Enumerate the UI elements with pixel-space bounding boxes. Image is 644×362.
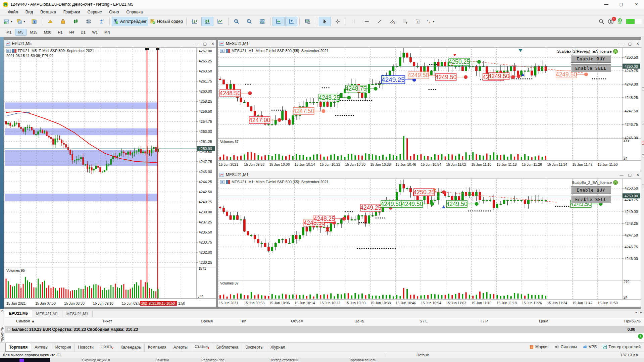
taskbar-tab-1[interactable]: Заметки <box>155 358 169 362</box>
zoom-in-button[interactable] <box>231 17 243 26</box>
menu-Справка[interactable]: Справка <box>122 9 146 15</box>
text-button[interactable]: T <box>412 17 424 26</box>
chart-window-titlebar[interactable]: MESU21,M1 — ▢ ✕ <box>218 40 641 48</box>
taskbar-tab-2[interactable]: Редактор Pine <box>201 358 225 362</box>
templates-button[interactable] <box>302 17 314 26</box>
chart-close-button[interactable]: ✕ <box>636 173 639 177</box>
oneclick-mini-icon[interactable] <box>12 49 16 53</box>
maximize-button[interactable]: ▢ <box>614 0 629 9</box>
bottom-tab-Статьи[interactable]: Статьи1 <box>191 343 213 351</box>
servers-button[interactable] <box>83 17 95 26</box>
chart-minimize-button[interactable]: — <box>620 42 623 46</box>
menu-Файл[interactable]: Файл <box>4 9 22 15</box>
status-profile[interactable]: Default <box>386 353 429 357</box>
service-Маркет[interactable]: Маркет <box>530 345 549 349</box>
chart-close-button[interactable]: ✕ <box>211 42 214 46</box>
timeframe-M15[interactable]: M15 <box>27 29 40 36</box>
column-header-6[interactable]: S / L <box>419 319 428 323</box>
close-button[interactable]: ✕ <box>629 0 644 9</box>
timeframe-M1[interactable]: M1 <box>3 29 14 36</box>
crosshair-button[interactable] <box>332 17 344 26</box>
community-button[interactable] <box>95 17 107 26</box>
timeframe-D1[interactable]: D1 <box>78 29 89 36</box>
quotes-button[interactable] <box>44 17 56 26</box>
menu-Графики[interactable]: Графики <box>60 9 84 15</box>
algo-trading-button[interactable]: Алготрейдинг <box>112 17 148 26</box>
chart-window-titlebar[interactable]: EPU21,M5 — ▢ ✕ <box>4 40 216 48</box>
timeframe-M5[interactable]: M5 <box>15 29 26 36</box>
bottom-tab-Алерты[interactable]: Алерты <box>170 343 191 351</box>
column-header-0[interactable]: Символ ▲ <box>16 319 35 323</box>
chart-body[interactable]: 4248.504247.004247.504248.254248.754249.… <box>218 48 641 171</box>
timeframe-MN[interactable]: MN <box>101 29 113 36</box>
taskbar-app-icon[interactable] <box>19 359 24 362</box>
chart-restore-button[interactable]: ▢ <box>628 42 631 46</box>
service-Сигналы[interactable]: Сигналы <box>555 345 577 349</box>
bottom-tab-Почта[interactable]: Почта7 <box>97 343 117 351</box>
cursor-button[interactable] <box>319 17 331 26</box>
trendline-button[interactable] <box>374 17 386 26</box>
column-header-7[interactable]: T / P <box>480 319 488 323</box>
column-header-5[interactable]: Цена <box>354 319 364 323</box>
timeframe-M30[interactable]: M30 <box>41 29 54 36</box>
menu-Окно[interactable]: Окно <box>105 9 122 15</box>
lvl-icon[interactable]: LVL <box>617 18 623 24</box>
bottom-tab-Эксперты[interactable]: Эксперты <box>242 343 267 351</box>
new-order-button[interactable]: Новый ордер <box>149 17 184 26</box>
chart-minimize-button[interactable]: — <box>195 42 198 46</box>
menu-Вид[interactable]: Вид <box>22 9 37 15</box>
bottom-tab-Библиотека[interactable]: Библиотека <box>213 343 242 351</box>
taskbar-tab-4[interactable]: Торговая панель <box>349 358 376 362</box>
hline-button[interactable] <box>361 17 373 26</box>
enable-buy-button[interactable]: Enable BUY <box>571 186 611 194</box>
column-header-3[interactable]: Тип <box>240 319 246 323</box>
search-icon[interactable] <box>599 19 604 24</box>
bottom-tab-Новости[interactable]: Новости <box>75 343 97 351</box>
new-chart-button[interactable]: ▼ <box>2 17 14 26</box>
bottom-tab-История[interactable]: История <box>52 343 75 351</box>
chart-minimize-button[interactable]: — <box>620 173 623 177</box>
channel-button[interactable]: E <box>386 17 398 26</box>
tabs-scroll-left[interactable]: ◂ <box>635 310 637 314</box>
tabs-scroll-right[interactable]: ▸ <box>640 310 642 314</box>
chart-body[interactable]: Volumes 9515714504267.004265.254263.5042… <box>4 48 216 307</box>
column-header-8[interactable]: Цена <box>539 319 548 323</box>
depth-mini-icon[interactable] <box>220 49 225 53</box>
menu-Сервис[interactable]: Сервис <box>84 9 106 15</box>
toolbox-close-icon[interactable]: ✕ <box>0 309 5 313</box>
toolbox-tab-1[interactable]: MESU21,M1 <box>32 310 62 317</box>
service-Тестер стратегий[interactable]: Тестер стратегий <box>603 345 641 349</box>
new-order-plus-icon[interactable]: + <box>638 334 643 339</box>
candles-button[interactable] <box>201 17 213 26</box>
depth-mini-icon[interactable] <box>220 180 225 184</box>
enable-sell-button[interactable]: Enable SELL <box>571 196 611 203</box>
column-header-9[interactable]: Прибыль <box>624 319 641 323</box>
oneclick-mini-icon[interactable] <box>226 49 230 53</box>
timeframe-H1[interactable]: H1 <box>55 29 65 36</box>
depth-button[interactable] <box>70 17 82 26</box>
column-header-4[interactable]: Объем <box>291 319 303 323</box>
column-header-2[interactable]: Время <box>201 319 213 323</box>
profiles-button[interactable]: ▼ <box>15 17 27 26</box>
bottom-tab-Календарь[interactable]: Календарь <box>117 343 145 351</box>
minimize-button[interactable]: — <box>599 0 614 9</box>
toolbox-tab-2[interactable]: MESU21,M1 <box>62 310 93 317</box>
chart-shift-button[interactable] <box>285 17 297 26</box>
chart-window-titlebar[interactable]: MESU21,M1 — ▢ ✕ <box>218 171 641 179</box>
bottom-tab-Журнал[interactable]: Журнал <box>267 343 289 351</box>
oneclick-mini-icon[interactable] <box>226 180 230 184</box>
taskbar-tab-3[interactable]: Тестер стратегий <box>270 358 298 362</box>
bottom-tab-Торговля[interactable]: Торговля <box>5 343 31 352</box>
taskbar-tab-0[interactable]: Скринер акций ✕ <box>82 358 110 362</box>
chart-close-button[interactable]: ✕ <box>636 42 639 46</box>
timeframe-H4[interactable]: H4 <box>66 29 77 36</box>
chart-restore-button[interactable]: ▢ <box>203 42 206 46</box>
column-header-1[interactable]: Тикет <box>102 319 112 323</box>
bars-button[interactable] <box>189 17 201 26</box>
service-VPS[interactable]: VPS <box>583 345 597 349</box>
chart-restore-button[interactable]: ▢ <box>628 173 631 177</box>
chart-body[interactable]: 4248.504248.254249.254249.504249.504250.… <box>218 179 641 307</box>
timeframe-W1[interactable]: W1 <box>89 29 101 36</box>
menu-Вставка[interactable]: Вставка <box>37 9 59 15</box>
balance-expander-icon[interactable] <box>7 328 10 331</box>
